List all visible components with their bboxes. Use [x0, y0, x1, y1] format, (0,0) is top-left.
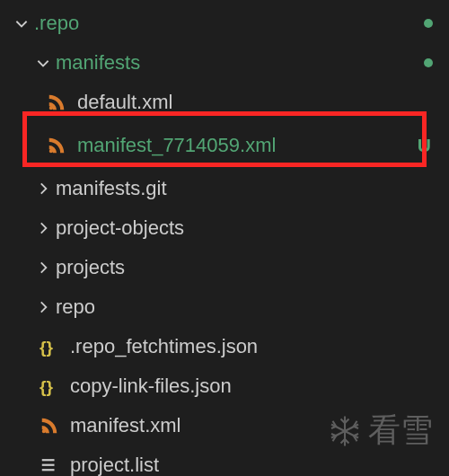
git-modified-dot [424, 58, 433, 67]
file-explorer-tree: .repo manifests default.xml manifest_771… [0, 0, 449, 476]
snowflake-icon [329, 415, 361, 447]
chevron-down-icon [34, 54, 52, 72]
file-label: copy-link-files.json [70, 375, 449, 398]
tree-folder-manifests[interactable]: manifests [0, 43, 449, 83]
chevron-right-icon [34, 259, 52, 277]
folder-label: projects [56, 256, 449, 279]
tree-file-repo-fetchtimes-json[interactable]: {} .repo_fetchtimes.json [0, 327, 449, 366]
folder-label: repo [56, 295, 449, 319]
svg-text:{}: {} [40, 338, 53, 357]
braces-icon: {} [40, 337, 59, 357]
git-modified-dot [424, 19, 433, 28]
feed-icon [47, 93, 66, 112]
folder-label: manifests [56, 51, 424, 75]
chevron-right-icon [34, 180, 52, 198]
tree-folder-projects[interactable]: projects [0, 248, 449, 287]
watermark-text: 看雪 [368, 409, 433, 453]
feed-icon [40, 416, 59, 436]
svg-rect-3 [42, 464, 55, 466]
file-label: manifest_7714059.xml [77, 134, 418, 157]
tree-folder-manifests-git[interactable]: manifests.git [0, 169, 449, 208]
folder-label: manifests.git [56, 177, 449, 200]
folder-label: .repo [34, 12, 424, 35]
git-status-untracked: U [418, 135, 431, 156]
svg-text:{}: {} [40, 377, 53, 396]
tree-file-copy-link-files-json[interactable]: {} copy-link-files.json [0, 366, 449, 406]
tree-folder-project-objects[interactable]: project-objects [0, 208, 449, 248]
chevron-down-icon [13, 14, 31, 32]
tree-folder-repo-root[interactable]: .repo [0, 4, 449, 43]
folder-label: project-objects [56, 216, 449, 240]
watermark: 看雪 [329, 409, 433, 453]
file-label: .repo_fetchtimes.json [70, 335, 449, 358]
svg-rect-2 [42, 459, 55, 461]
chevron-right-icon [34, 219, 52, 237]
svg-rect-4 [42, 469, 55, 471]
tree-folder-repo[interactable]: repo [0, 287, 449, 327]
tree-file-default-xml[interactable]: default.xml [0, 83, 449, 122]
list-icon [40, 455, 59, 475]
file-label: project.list [70, 454, 449, 476]
tree-file-manifest-7714059-xml[interactable]: manifest_7714059.xml U [0, 126, 449, 165]
braces-icon: {} [40, 376, 59, 396]
chevron-right-icon [34, 298, 52, 316]
file-label: default.xml [77, 91, 449, 114]
feed-icon [47, 136, 66, 155]
